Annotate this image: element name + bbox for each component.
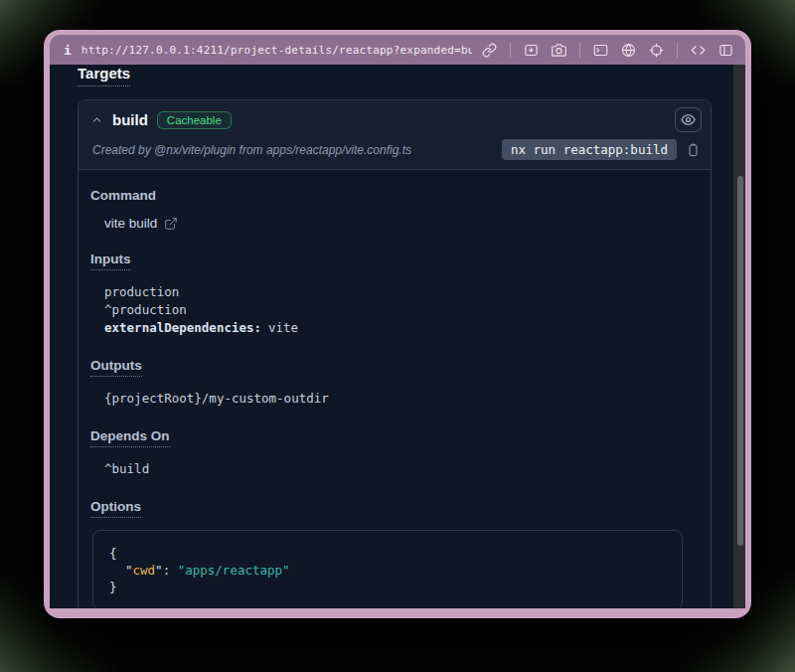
depends-on-label: Depends On xyxy=(90,428,170,447)
json-line: } xyxy=(109,579,666,595)
depends-on-list: ^build xyxy=(104,460,691,478)
camera-icon[interactable] xyxy=(552,43,566,58)
json-key: cwd xyxy=(133,563,156,578)
browser-window: i http://127.0.0.1:4211/project-details/… xyxy=(44,30,751,618)
created-by-text: Created by @nx/vite/plugin from apps/rea… xyxy=(92,143,493,157)
chevron-up-icon[interactable] xyxy=(90,113,103,126)
crosshair-icon[interactable] xyxy=(649,43,664,58)
page-title: Targets xyxy=(78,65,130,86)
command-value: vite build xyxy=(104,216,157,231)
view-in-graph-button[interactable] xyxy=(675,107,702,132)
run-command-chip: nx run reactapp:build xyxy=(502,139,677,160)
eye-icon xyxy=(681,112,696,127)
terminal-icon[interactable] xyxy=(593,43,608,58)
target-card-build: build Cacheable Created by @nx/vite/plug… xyxy=(78,99,712,608)
outputs-list: {projectRoot}/my-custom-outdir xyxy=(104,390,691,408)
code-icon[interactable] xyxy=(691,43,706,58)
external-link-icon[interactable] xyxy=(164,217,178,231)
outputs-label: Outputs xyxy=(90,358,142,377)
cacheable-badge: Cacheable xyxy=(157,111,232,129)
options-label: Options xyxy=(90,499,141,518)
options-json-block: { "cwd": "apps/reactapp" } xyxy=(92,530,683,608)
json-line: "cwd": "apps/reactapp" xyxy=(109,562,666,579)
target-name: build xyxy=(112,111,148,128)
project-details-content: Targets build Cacheable Created by @nx/v… xyxy=(50,65,733,608)
command-value-row: vite build xyxy=(104,216,691,231)
split-view-icon[interactable] xyxy=(718,43,733,58)
copy-button[interactable] xyxy=(686,142,701,158)
inputs-label: Inputs xyxy=(90,252,131,270)
build-subheader-row: Created by @nx/vite/plugin from apps/rea… xyxy=(79,136,711,169)
json-string-value: "apps/reactapp" xyxy=(178,563,290,578)
input-value: vite xyxy=(268,320,298,335)
link-icon[interactable] xyxy=(482,43,497,58)
command-label: Command xyxy=(90,188,156,203)
input-item: ^production xyxy=(104,301,691,319)
copy-icon xyxy=(686,142,701,158)
build-card-body: Command vite build Inputs production ^pr… xyxy=(79,170,711,608)
input-key: externalDependencies: xyxy=(104,320,261,335)
depends-on-item: ^build xyxy=(104,460,691,478)
scrollbar-thumb[interactable] xyxy=(737,176,743,546)
build-card-head: build Cacheable Created by @nx/vite/plug… xyxy=(79,100,711,170)
download-icon[interactable] xyxy=(524,43,539,58)
input-item: production xyxy=(104,283,691,301)
url-bar[interactable]: http://127.0.0.1:4211/project-details/re… xyxy=(81,44,472,57)
build-header-row[interactable]: build Cacheable xyxy=(79,100,711,136)
globe-icon[interactable] xyxy=(621,43,636,58)
titlebar-toolbar xyxy=(482,43,733,58)
toolbar-divider xyxy=(510,43,511,58)
inputs-list: production ^production externalDependenc… xyxy=(104,283,691,337)
output-item: {projectRoot}/my-custom-outdir xyxy=(104,390,691,408)
input-item-keyed: externalDependencies:vite xyxy=(104,319,691,337)
info-icon[interactable]: i xyxy=(64,43,72,58)
json-line: { xyxy=(109,545,666,562)
scrollbar-track[interactable] xyxy=(733,65,745,608)
browser-titlebar: i http://127.0.0.1:4211/project-details/… xyxy=(50,35,745,65)
page-viewport: Targets build Cacheable Created by @nx/v… xyxy=(50,65,745,608)
toolbar-divider xyxy=(579,43,580,58)
toolbar-divider xyxy=(677,43,678,58)
